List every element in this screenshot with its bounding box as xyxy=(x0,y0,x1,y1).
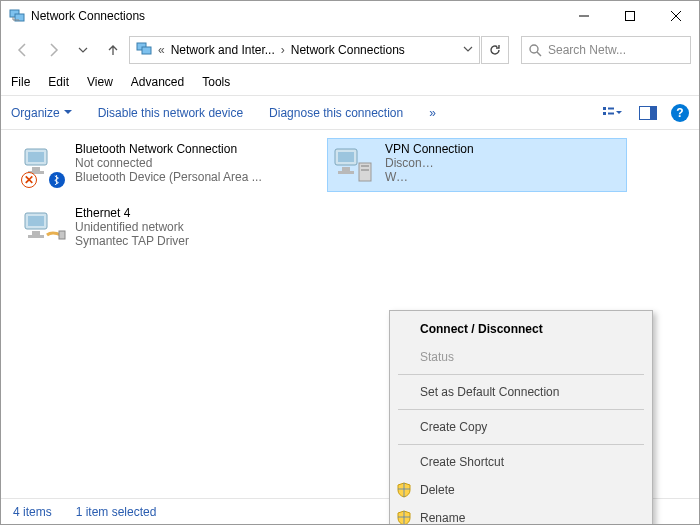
svg-rect-28 xyxy=(338,171,354,174)
menu-tools[interactable]: Tools xyxy=(202,75,230,89)
svg-line-9 xyxy=(537,52,541,56)
address-dropdown-button[interactable] xyxy=(463,43,473,57)
context-delete-label: Delete xyxy=(420,483,455,497)
forward-button[interactable] xyxy=(39,36,67,64)
location-icon xyxy=(136,41,152,60)
window-title: Network Connections xyxy=(31,9,561,23)
separator xyxy=(398,409,644,410)
menu-view[interactable]: View xyxy=(87,75,113,89)
svg-rect-7 xyxy=(142,47,151,54)
svg-rect-18 xyxy=(32,167,40,171)
context-connect[interactable]: Connect / Disconnect xyxy=(390,315,652,343)
svg-rect-15 xyxy=(650,107,656,119)
search-input[interactable]: Search Netw... xyxy=(521,36,691,64)
back-button[interactable] xyxy=(9,36,37,64)
shield-icon xyxy=(396,510,412,525)
maximize-button[interactable] xyxy=(607,1,653,31)
svg-rect-24 xyxy=(59,231,65,239)
chevron-right-icon: › xyxy=(281,43,285,57)
context-create-shortcut[interactable]: Create Shortcut xyxy=(390,448,652,476)
svg-rect-17 xyxy=(28,152,44,162)
connection-name: VPN Connection xyxy=(385,142,474,156)
connection-item[interactable]: ✕ Bluetooth Network Connection Not conne… xyxy=(17,138,317,192)
bluetooth-badge-icon xyxy=(49,172,65,188)
organize-button[interactable]: Organize xyxy=(11,106,72,120)
svg-rect-10 xyxy=(603,107,606,110)
toolbar: Organize Disable this network device Dia… xyxy=(1,96,699,130)
connection-item[interactable]: Ethernet 4 Unidentified network Symantec… xyxy=(17,202,317,256)
svg-rect-23 xyxy=(28,235,44,238)
recent-locations-button[interactable] xyxy=(69,36,97,64)
shield-icon xyxy=(396,482,412,498)
connection-status: Unidentified network xyxy=(75,220,189,234)
app-icon xyxy=(9,8,25,24)
breadcrumb-item-current[interactable]: Network Connections xyxy=(291,43,405,57)
svg-rect-31 xyxy=(361,169,369,171)
svg-rect-30 xyxy=(361,165,369,167)
diagnose-button[interactable]: Diagnose this connection xyxy=(269,106,403,120)
view-options-button[interactable] xyxy=(599,102,625,124)
disable-device-button[interactable]: Disable this network device xyxy=(98,106,243,120)
menu-bar: File Edit View Advanced Tools xyxy=(1,69,699,96)
separator xyxy=(398,374,644,375)
address-row: « Network and Inter... › Network Connect… xyxy=(1,31,699,69)
svg-rect-27 xyxy=(342,167,350,171)
context-create-copy[interactable]: Create Copy xyxy=(390,413,652,441)
context-delete[interactable]: Delete xyxy=(390,476,652,504)
connection-name: Ethernet 4 xyxy=(75,206,189,220)
disconnected-badge-icon: ✕ xyxy=(21,172,37,188)
menu-advanced[interactable]: Advanced xyxy=(131,75,184,89)
toolbar-overflow-button[interactable]: » xyxy=(429,106,436,120)
status-selection: 1 item selected xyxy=(76,505,157,519)
connection-name: Bluetooth Network Connection xyxy=(75,142,262,156)
breadcrumb-prev-chevrons: « xyxy=(158,43,165,57)
context-status: Status xyxy=(390,343,652,371)
titlebar: Network Connections xyxy=(1,1,699,31)
connection-item-selected[interactable]: VPN Connection Disconnected WAN Miniport… xyxy=(327,138,627,192)
content-area: ✕ Bluetooth Network Connection Not conne… xyxy=(1,130,699,264)
context-rename[interactable]: Rename xyxy=(390,504,652,525)
close-button[interactable] xyxy=(653,1,699,31)
svg-point-8 xyxy=(530,45,538,53)
connection-status: Disconnected xyxy=(385,156,435,170)
connection-status: Not connected xyxy=(75,156,262,170)
refresh-button[interactable] xyxy=(481,36,509,64)
breadcrumb-item-prev[interactable]: Network and Inter... xyxy=(171,43,275,57)
minimize-button[interactable] xyxy=(561,1,607,31)
network-adapter-icon xyxy=(331,142,379,188)
svg-rect-11 xyxy=(603,112,606,115)
connection-device: Bluetooth Device (Personal Area ... xyxy=(75,170,262,184)
organize-label: Organize xyxy=(11,106,60,120)
context-menu: Connect / Disconnect Status Set as Defau… xyxy=(389,310,653,525)
chevron-down-icon xyxy=(64,109,72,117)
menu-file[interactable]: File xyxy=(11,75,30,89)
svg-rect-22 xyxy=(32,231,40,235)
connection-device: Symantec TAP Driver xyxy=(75,234,189,248)
svg-rect-26 xyxy=(338,152,354,162)
search-icon xyxy=(528,43,542,57)
network-adapter-icon xyxy=(21,206,69,252)
context-rename-label: Rename xyxy=(420,511,465,525)
context-set-default[interactable]: Set as Default Connection xyxy=(390,378,652,406)
help-button[interactable]: ? xyxy=(671,104,689,122)
separator xyxy=(398,444,644,445)
search-placeholder: Search Netw... xyxy=(548,43,626,57)
preview-pane-button[interactable] xyxy=(635,102,661,124)
connection-device: WAN Miniport (IKEv2) xyxy=(385,170,415,184)
network-adapter-icon: ✕ xyxy=(21,142,69,188)
up-button[interactable] xyxy=(99,36,127,64)
address-box[interactable]: « Network and Inter... › Network Connect… xyxy=(129,36,480,64)
status-item-count: 4 items xyxy=(13,505,52,519)
menu-edit[interactable]: Edit xyxy=(48,75,69,89)
svg-rect-3 xyxy=(626,12,635,21)
svg-rect-21 xyxy=(28,216,44,226)
